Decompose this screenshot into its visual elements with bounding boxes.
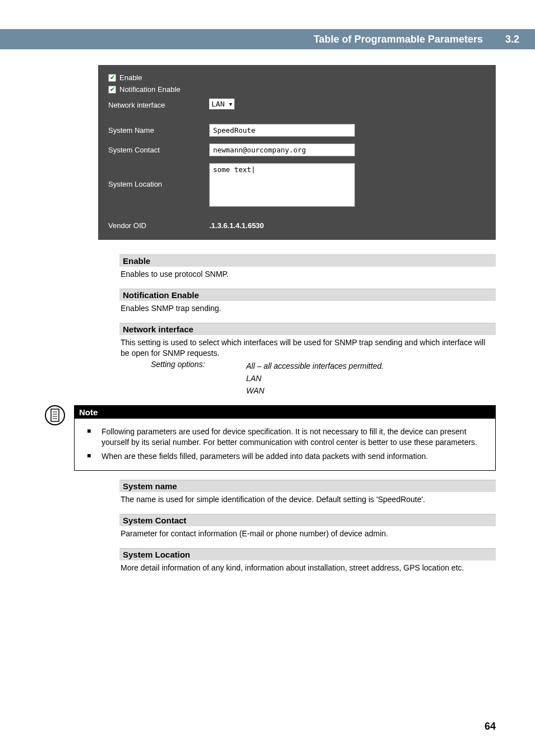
system-contact-label: System Contact xyxy=(108,143,209,154)
chevron-down-icon: ▼ xyxy=(229,101,232,107)
body-system-contact: Parameter for contact information (E-mai… xyxy=(119,526,496,539)
heading-system-name: System name xyxy=(119,480,496,492)
header-section-number: 3.2 xyxy=(505,34,519,45)
network-interface-value: LAN xyxy=(211,100,224,108)
svg-rect-0 xyxy=(51,409,59,421)
vendor-oid-label: Vendor OID xyxy=(108,219,209,230)
setting-options-values: All – all accessible interfaces permitte… xyxy=(246,360,384,397)
heading-network-interface: Network interface xyxy=(119,323,496,335)
system-location-label: System Location xyxy=(108,163,209,188)
note-heading: Note xyxy=(75,406,495,419)
note-box: Note Following parameters are used for d… xyxy=(74,405,496,471)
system-name-label: System Name xyxy=(108,124,209,134)
vendor-oid-value: .1.3.6.1.4.1.6530 xyxy=(209,219,264,230)
note-item: When are these fields filled, parameters… xyxy=(79,451,487,462)
heading-notification-enable: Notification Enable xyxy=(119,289,496,301)
network-interface-label: Network interface xyxy=(108,99,209,109)
snmp-config-panel: ✔ Enable ✔ Notification Enable Network i… xyxy=(98,65,496,240)
note-icon xyxy=(45,405,65,425)
notification-enable-checkbox[interactable]: ✔ xyxy=(108,86,116,94)
body-system-name: The name is used for simple identificati… xyxy=(119,492,496,505)
setting-options-label: Setting options: xyxy=(151,360,246,397)
heading-system-location: System Location xyxy=(119,548,496,560)
heading-enable: Enable xyxy=(119,254,496,267)
heading-system-contact: System Contact xyxy=(119,514,496,526)
body-enable: Enables to use protocol SNMP. xyxy=(119,267,496,280)
page-header: Table of Programmable Parameters 3.2 xyxy=(0,29,535,49)
body-notification-enable: Enables SNMP trap sending. xyxy=(119,301,496,314)
header-title: Table of Programmable Parameters xyxy=(313,34,483,45)
system-name-input[interactable]: SpeedRoute xyxy=(209,124,355,137)
system-contact-input[interactable]: newmann@ourcompany.org xyxy=(209,143,355,156)
enable-checkbox[interactable]: ✔ xyxy=(108,74,116,82)
network-interface-select[interactable]: LAN ▼ xyxy=(209,99,234,109)
note-item: Following parameters are used for device… xyxy=(79,426,487,448)
system-location-textarea[interactable]: some text| xyxy=(209,163,355,207)
document-icon xyxy=(49,409,61,422)
notification-enable-label: Notification Enable xyxy=(119,85,180,94)
body-system-location: More detail information of any kind, inf… xyxy=(119,560,496,573)
page-number: 64 xyxy=(485,721,496,732)
body-network-interface: This setting is used to select which int… xyxy=(119,335,496,359)
enable-label: Enable xyxy=(119,73,142,82)
